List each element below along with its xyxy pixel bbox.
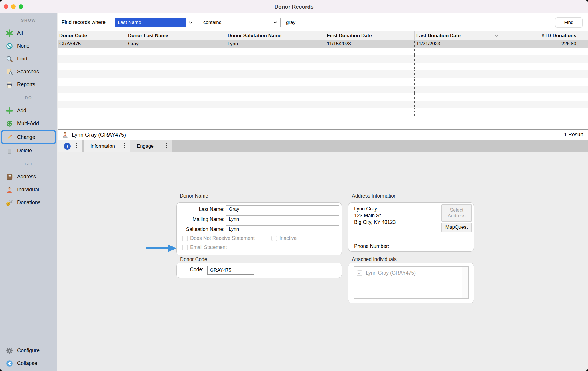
info-tab-segment[interactable]: i [58,140,82,152]
attached-individuals-panel: ✓ Lynn Gray (GRAY475) [348,263,474,303]
operator-select[interactable]: contains [201,18,281,27]
sidebar-item-find[interactable]: Find [0,52,57,65]
sidebar-item-individual[interactable]: Individual [0,183,57,196]
column-header-last-donation-date[interactable]: Last Donation Date [414,31,503,40]
kebab-dots-icon[interactable] [123,143,125,150]
sidebar-item-searches[interactable]: Searches [0,65,57,78]
search-bar-label: Find records where [62,13,106,31]
tab-bar: i InformationEngage [58,140,588,152]
salutation-name-input[interactable]: Lynn [226,225,339,233]
table-cell: Lynn [226,40,325,48]
table-cell-spacer [580,40,588,48]
sidebar-item-add[interactable]: Add [0,104,57,117]
app-window: Donor Records SHOWAllNoneFindSearchesRep… [0,0,588,371]
column-header-first-donation-date[interactable]: First Donation Date [325,31,414,40]
sidebar-item-address[interactable]: Address [0,170,57,183]
table-row-empty[interactable] [58,48,588,56]
table-cell: 11/15/2023 [325,40,414,48]
sidebar-item-none[interactable]: None [0,40,57,52]
sidebar-item-all[interactable]: All [0,27,57,40]
kebab-dots-icon[interactable] [166,143,167,150]
table-cell-spacer [580,78,588,86]
table-cell [58,101,126,109]
table-cell-spacer [580,86,588,94]
column-header-donor-last-name[interactable]: Donor Last Name [126,31,226,40]
email-statement-checkbox[interactable] [182,245,188,250]
pencil-icon [5,133,14,141]
table-cell [58,55,126,63]
column-header-donor-salutation-name[interactable]: Donor Salutation Name [226,31,325,40]
title-bar: Donor Records [0,0,588,13]
list-scrollbar[interactable] [462,267,468,298]
sidebar-item-delete[interactable]: Delete [0,144,57,157]
sidebar-item-configure[interactable]: Configure [0,344,57,357]
mailing-name-input[interactable]: Lynn [226,215,339,223]
last-name-label: Last Name: [177,206,224,212]
table-row-empty[interactable] [58,55,588,63]
table-body: GRAY475GrayLynn11/15/202311/21/2023226.8… [58,40,588,116]
sidebar-item-change[interactable]: Change [1,130,56,144]
coin-hand-icon: $ [5,199,14,206]
table-row[interactable]: GRAY475GrayLynn11/15/202311/21/2023226.8… [58,40,588,48]
printer-icon [5,81,14,88]
inactive-checkbox[interactable] [271,236,277,241]
kebab-dots-icon[interactable] [76,143,77,150]
table-cell [126,86,226,94]
table-cell [414,55,503,63]
table-cell [325,48,414,56]
table-cell [503,63,580,71]
sidebar-item-reports[interactable]: Reports [0,78,57,91]
sidebar-item-label: Collapse [17,360,37,366]
sidebar: SHOWAllNoneFindSearchesReportsDOAddMulti… [0,13,57,371]
column-header-ytd-donations[interactable]: YTD Donations [503,31,580,40]
address-line: Lynn Gray [354,206,396,212]
plus-icon [5,107,14,115]
table-cell [58,63,126,71]
list-item[interactable]: ✓ Lynn Gray (GRAY475) [357,270,416,276]
inactive-label: Inactive [279,235,297,241]
table-row-empty[interactable] [58,86,588,94]
code-input[interactable]: GRAY475 [207,266,254,275]
sidebar-item-multi-add[interactable]: Multi-Add [0,117,57,130]
search-query-input[interactable]: gray [283,18,551,27]
table-cell [325,108,414,116]
table-row-empty[interactable] [58,93,588,101]
table-cell-spacer [580,93,588,101]
result-count: 1 Result [564,132,583,138]
table-row-empty[interactable] [58,78,588,86]
person-icon [5,186,14,194]
table-row-empty[interactable] [58,108,588,116]
table-cell [226,78,325,86]
table-cell: Gray [126,40,226,48]
none-icon [5,42,14,50]
column-header-donor-code[interactable]: Donor Code [58,31,126,40]
last-name-input[interactable]: Gray [226,205,339,213]
find-button[interactable]: Find [555,17,583,27]
tab-information[interactable]: Information [84,140,130,152]
does-not-receive-statement-checkbox[interactable] [182,236,188,241]
mapquest-button[interactable]: MapQuest [441,223,472,232]
tab-engage[interactable]: Engage [130,140,172,152]
gear-icon [5,347,14,354]
table-cell [226,48,325,56]
table-cell [126,63,226,71]
tab-label: Engage [137,143,154,149]
donor-name-heading: Donor Name [180,193,208,199]
field-select[interactable]: Last Name [115,18,196,27]
table-row-empty[interactable] [58,70,588,78]
table-cell [126,55,226,63]
attached-individual-checkbox[interactable]: ✓ [357,270,362,276]
sidebar-section-header-go: GO [0,157,57,170]
select-address-button[interactable]: Select Address [441,204,472,222]
table-row-empty[interactable] [58,101,588,109]
table-row-empty[interactable] [58,63,588,71]
sidebar-item-collapse[interactable]: Collapse [0,357,57,370]
table-cell [226,63,325,71]
sidebar-item-label: Donations [17,200,40,206]
table-cell [226,101,325,109]
sidebar-item-donations[interactable]: $Donations [0,196,57,209]
sidebar-item-label: Multi-Add [17,121,39,127]
sidebar-item-label: Individual [17,187,39,193]
sidebar-item-label: Add [17,108,26,114]
sidebar-section-header-show: SHOW [0,13,57,27]
